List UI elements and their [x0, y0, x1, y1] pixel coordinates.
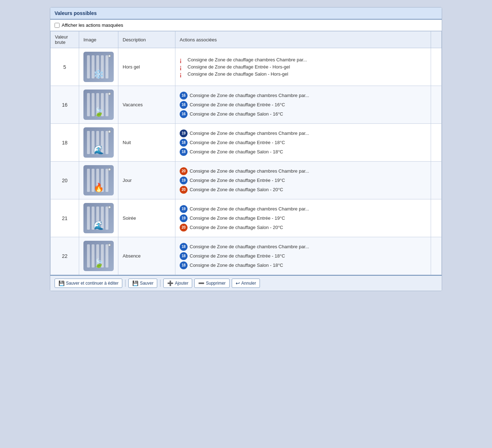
- action-badge: 20: [180, 186, 188, 194]
- add-button[interactable]: ➕ Ajouter: [163, 279, 192, 288]
- delete-icon: ➖: [198, 280, 204, 286]
- table-row[interactable]: 21🌊Soirée19Consigne de Zone de chauffage…: [51, 199, 442, 237]
- action-dash-icon: ¡: [180, 71, 185, 77]
- action-line: 18Consigne de Zone de chauffage Entrée -…: [180, 252, 426, 260]
- cell-value: 22: [51, 237, 79, 275]
- cell-image: 🍃: [79, 86, 118, 124]
- action-text: Consigne de Zone de chauffage chambres C…: [188, 57, 307, 62]
- action-line: 19Consigne de Zone de chauffage chambres…: [180, 129, 426, 137]
- cell-actions: 19Consigne de Zone de chauffage chambres…: [175, 124, 431, 162]
- cell-image: 🍃: [79, 237, 118, 275]
- cell-image: 🌊: [79, 199, 118, 237]
- action-text: Consigne de Zone de chauffage Salon - 20…: [190, 225, 283, 230]
- action-line: 18Consigne de Zone de chauffage Salon - …: [180, 261, 426, 269]
- action-text: Consigne de Zone de chauffage chambres C…: [190, 93, 309, 98]
- action-badge: 19: [180, 205, 188, 213]
- cell-extra: [431, 199, 442, 237]
- cell-description: Hors gel: [118, 48, 175, 86]
- cancel-button[interactable]: ↩ Annuler: [232, 279, 260, 288]
- cell-description: Absence: [118, 237, 175, 275]
- delete-button[interactable]: ➖ Supprimer: [194, 279, 229, 288]
- action-badge: 20: [180, 224, 188, 231]
- save-button[interactable]: 💾 Sauver: [128, 279, 157, 288]
- save-icon: 💾: [132, 280, 138, 286]
- action-badge: 18: [180, 148, 188, 156]
- panel-header: Valeurs possibles: [50, 7, 442, 20]
- checkbox-row: Afficher les actions masquées: [50, 20, 442, 31]
- action-text: Consigne de Zone de chauffage chambres C…: [190, 206, 309, 212]
- action-badge: 19: [180, 129, 188, 137]
- action-line: ¡Consigne de Zone de chauffage chambres …: [180, 57, 426, 63]
- action-badge: 16: [180, 92, 188, 100]
- action-dash-icon: ¡: [180, 57, 185, 63]
- cell-value: 20: [51, 162, 79, 199]
- cancel-icon: ↩: [236, 280, 240, 286]
- show-hidden-checkbox[interactable]: [55, 23, 60, 28]
- show-hidden-label[interactable]: Afficher les actions masquées: [62, 22, 123, 28]
- action-text: Consigne de Zone de chauffage Salon - 16…: [190, 111, 283, 117]
- col-header-extra: [431, 31, 442, 48]
- cell-extra: [431, 86, 442, 124]
- cell-description: Vacances: [118, 86, 175, 124]
- cell-description: Jour: [118, 162, 175, 199]
- cell-image: 🌊: [79, 124, 118, 162]
- panel-title: Valeurs possibles: [55, 10, 97, 16]
- radiator-overlay-icon: 🔥: [93, 183, 104, 193]
- action-line: 19Consigne de Zone de chauffage chambres…: [180, 205, 426, 213]
- cell-image: 🔥: [79, 162, 118, 199]
- cell-actions: ¡Consigne de Zone de chauffage chambres …: [175, 48, 431, 86]
- table-row[interactable]: 16🍃Vacances16Consigne de Zone de chauffa…: [51, 86, 442, 124]
- delete-label: Supprimer: [206, 281, 225, 286]
- main-panel: Valeurs possibles Afficher les actions m…: [50, 7, 442, 291]
- action-badge: 16: [180, 101, 188, 109]
- table-wrapper: Valeur brute Image Description Actions a…: [50, 31, 442, 275]
- action-line: 20Consigne de Zone de chauffage Salon - …: [180, 224, 426, 231]
- separator-1: [125, 280, 125, 287]
- action-line: 20Consigne de Zone de chauffage chambres…: [180, 167, 426, 175]
- action-text: Consigne de Zone de chauffage Entrée - 1…: [190, 140, 285, 145]
- action-line: 18Consigne de Zone de chauffage Salon - …: [180, 148, 426, 156]
- save-continue-label: Sauver et continuer à éditer: [66, 281, 118, 286]
- separator-2: [160, 280, 160, 287]
- cell-extra: [431, 48, 442, 86]
- col-header-description: Description: [118, 31, 175, 48]
- action-line: 16Consigne de Zone de chauffage chambres…: [180, 92, 426, 100]
- action-badge: 16: [180, 110, 188, 118]
- cell-value: 21: [51, 199, 79, 237]
- cancel-label: Annuler: [241, 281, 256, 286]
- cell-image: ❄️: [79, 48, 118, 86]
- table-row[interactable]: 22🍃Absence18Consigne de Zone de chauffag…: [51, 237, 442, 275]
- cell-actions: 20Consigne de Zone de chauffage chambres…: [175, 162, 431, 199]
- action-text: Consigne de Zone de chauffage Entrée - 1…: [190, 215, 285, 221]
- cell-extra: [431, 237, 442, 275]
- cell-value: 16: [51, 86, 79, 124]
- action-badge: 18: [180, 139, 188, 147]
- radiator-overlay-icon: 🌊: [93, 145, 104, 155]
- add-label: Ajouter: [175, 281, 188, 286]
- cell-description: Nuit: [118, 124, 175, 162]
- action-line: ¡Consigne de Zone de chauffage Entrée - …: [180, 64, 426, 70]
- action-badge: 19: [180, 214, 188, 222]
- radiator-overlay-icon: 🍃: [93, 107, 104, 117]
- action-text: Consigne de Zone de chauffage chambres C…: [190, 244, 309, 249]
- action-text: Consigne de Zone de chauffage Salon - 18…: [190, 149, 283, 154]
- table-row[interactable]: 18🌊Nuit19Consigne de Zone de chauffage c…: [51, 124, 442, 162]
- table-row[interactable]: 5❄️Hors gel¡Consigne de Zone de chauffag…: [51, 48, 442, 86]
- save-label: Sauver: [140, 281, 153, 286]
- action-text: Consigne de Zone de chauffage Entrée - 1…: [190, 102, 285, 107]
- action-line: 19Consigne de Zone de chauffage Entrée -…: [180, 177, 426, 184]
- action-line: 16Consigne de Zone de chauffage Entrée -…: [180, 101, 426, 109]
- action-line: 18Consigne de Zone de chauffage chambres…: [180, 243, 426, 251]
- action-line: 19Consigne de Zone de chauffage Entrée -…: [180, 214, 426, 222]
- table-row[interactable]: 20🔥Jour20Consigne de Zone de chauffage c…: [51, 162, 442, 199]
- col-header-actions: Actions associées: [175, 31, 431, 48]
- action-dash-icon: ¡: [180, 64, 185, 70]
- radiator-overlay-icon: ❄️: [93, 69, 104, 79]
- radiator-overlay-icon: 🍃: [93, 258, 104, 268]
- action-badge: 18: [180, 261, 188, 269]
- save-continue-button[interactable]: 💾 Sauver et continuer à éditer: [55, 279, 122, 288]
- action-badge: 18: [180, 243, 188, 251]
- cell-description: Soirée: [118, 199, 175, 237]
- save-continue-icon: 💾: [58, 280, 65, 286]
- action-badge: 18: [180, 252, 188, 260]
